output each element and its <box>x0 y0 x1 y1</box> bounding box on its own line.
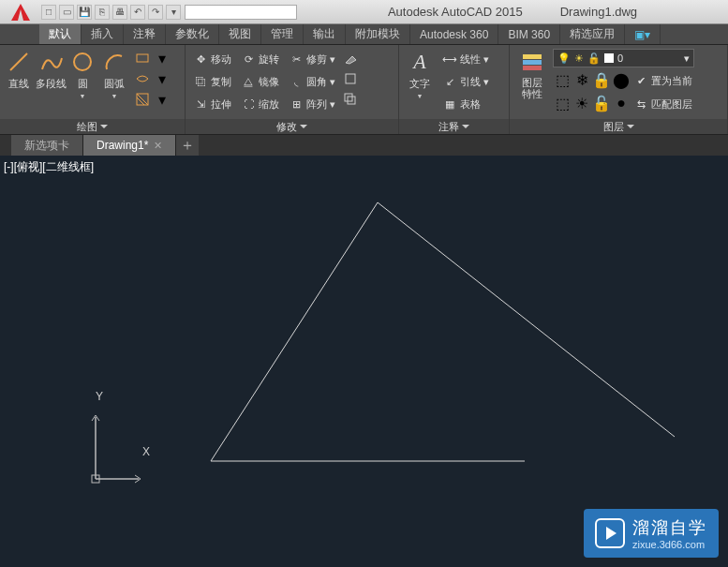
table-button[interactable]: ▦表格 <box>438 94 493 114</box>
circle-icon <box>69 49 96 75</box>
tab-default[interactable]: 默认 <box>39 24 82 44</box>
qat-save-icon[interactable]: 💾 <box>77 5 92 20</box>
layer-on-icon[interactable]: ● <box>612 94 631 112</box>
tab-bim360[interactable]: BIM 360 <box>498 24 560 44</box>
panel-modify-title[interactable]: 修改 <box>186 119 398 134</box>
tab-manage[interactable]: 管理 <box>261 24 304 44</box>
tab-view[interactable]: 视图 <box>219 24 261 44</box>
layer-properties-button[interactable]: 图层特性 <box>513 47 551 119</box>
text-label: 文字 <box>409 77 430 91</box>
arc-icon <box>101 49 127 75</box>
ellipse-icon[interactable] <box>133 69 152 88</box>
qat-print-icon[interactable]: 🖶 <box>112 5 127 20</box>
polyline-label: 多段线 <box>36 77 67 91</box>
rotate-icon: ⟳ <box>241 52 256 67</box>
tab-expand-icon[interactable]: ▣▾ <box>625 24 661 44</box>
svg-rect-10 <box>523 60 542 65</box>
scale-icon: ⛶ <box>241 97 256 112</box>
tab-insert[interactable]: 插入 <box>82 24 124 44</box>
watermark-url: zixue.3d66.com <box>632 539 707 550</box>
circle-button[interactable]: 圆▼ <box>67 47 97 119</box>
drawing-canvas[interactable]: [-][俯视][二维线框] Y X 溜溜自学 zixue.3d66.com <box>0 156 728 567</box>
doc-name: Drawing1.dwg <box>560 5 637 19</box>
layer-uniso-icon[interactable]: ⬚ <box>553 94 572 112</box>
layer-unlock-icon[interactable]: 🔓 <box>592 94 611 112</box>
svg-rect-8 <box>348 97 355 104</box>
panel-draw-title[interactable]: 绘图 <box>0 119 185 134</box>
app-name: Autodesk AutoCAD 2015 <box>388 5 523 19</box>
qat-undo-icon[interactable]: ↶ <box>130 5 145 20</box>
layer-iso-icon[interactable]: ⬚ <box>553 70 572 89</box>
tab-parametric[interactable]: 参数化 <box>166 24 219 44</box>
stretch-icon: ⇲ <box>193 97 208 112</box>
make-current-button[interactable]: ✔置为当前 <box>631 70 694 91</box>
svg-rect-7 <box>345 94 352 101</box>
svg-point-1 <box>74 53 91 70</box>
rotate-button[interactable]: ⟳旋转 <box>237 49 283 69</box>
dropdown-icon[interactable]: ▾ <box>153 49 171 67</box>
line-button[interactable]: 直线 <box>4 47 34 119</box>
svg-line-0 <box>10 53 27 70</box>
doc-tab-new[interactable]: 新选项卡 <box>11 135 83 156</box>
svg-rect-6 <box>346 74 355 83</box>
arc-button[interactable]: 圆弧▼ <box>99 47 129 119</box>
ucs-icon <box>88 411 144 486</box>
rectangle-icon[interactable] <box>133 49 152 67</box>
array-button[interactable]: ⊞阵列 ▾ <box>285 94 339 114</box>
layer-thaw-icon[interactable]: ☀ <box>572 94 591 112</box>
tab-featured[interactable]: 精选应用 <box>560 24 625 44</box>
dim-linear-button[interactable]: ⟷线性 ▾ <box>438 49 493 69</box>
mirror-button[interactable]: ⧋镜像 <box>237 71 283 92</box>
tab-annotate[interactable]: 注释 <box>124 24 166 44</box>
layer-freeze-icon[interactable]: ❄ <box>572 70 591 89</box>
qat-redo-icon[interactable]: ↷ <box>148 5 163 20</box>
app-logo[interactable] <box>4 0 37 24</box>
layer-color-swatch <box>604 53 614 63</box>
match-layer-button[interactable]: ⇆匹配图层 <box>631 94 694 114</box>
search-input[interactable] <box>185 5 297 20</box>
layer-properties-icon <box>519 49 545 75</box>
make-current-icon: ✔ <box>633 73 648 88</box>
sun-icon: ☀ <box>574 52 584 65</box>
mirror-icon: ⧋ <box>241 74 256 89</box>
play-icon <box>595 518 625 548</box>
erase-icon[interactable] <box>341 49 360 67</box>
svg-rect-9 <box>523 54 542 59</box>
panel-layers: 图层特性 💡 ☀ 🔓 0 ▾ ⬚ ❄ 🔒 ⬤ ✔置为当前 <box>510 45 728 134</box>
polyline-button[interactable]: 多段线 <box>36 47 66 119</box>
offset-icon[interactable] <box>341 90 360 109</box>
copy-button[interactable]: ⿻复制 <box>189 71 235 92</box>
leader-button[interactable]: ↙引线 ▾ <box>438 71 493 92</box>
add-tab-button[interactable]: ＋ <box>176 135 199 156</box>
dropdown-icon[interactable]: ▾ <box>153 69 171 88</box>
panel-annotate: A 文字▼ ⟷线性 ▾ ↙引线 ▾ ▦表格 注释 <box>399 45 510 134</box>
tab-a360[interactable]: Autodesk 360 <box>410 24 498 44</box>
scale-button[interactable]: ⛶缩放 <box>237 94 283 114</box>
explode-icon[interactable] <box>341 69 360 88</box>
lock-icon: 🔓 <box>587 52 601 65</box>
hatch-icon[interactable] <box>133 90 152 109</box>
qat-open-icon[interactable]: ▭ <box>59 5 74 20</box>
arc-label: 圆弧 <box>104 77 125 91</box>
move-button[interactable]: ✥移动 <box>189 49 235 69</box>
tab-addins[interactable]: 附加模块 <box>346 24 410 44</box>
panel-annotate-title[interactable]: 注释 <box>399 119 509 134</box>
qat-saveas-icon[interactable]: ⎘ <box>95 5 110 20</box>
stretch-button[interactable]: ⇲拉伸 <box>189 94 235 114</box>
trim-button[interactable]: ✂修剪 ▾ <box>285 49 339 69</box>
dropdown-icon[interactable]: ▾ <box>153 90 171 109</box>
doc-tab-drawing1[interactable]: Drawing1*✕ <box>83 135 176 156</box>
close-icon[interactable]: ✕ <box>154 140 162 152</box>
layer-lock-icon[interactable]: 🔒 <box>592 70 611 89</box>
layer-properties-label: 图层特性 <box>522 77 542 99</box>
tab-output[interactable]: 输出 <box>304 24 346 44</box>
qat-new-icon[interactable]: □ <box>41 5 56 20</box>
text-icon: A <box>407 49 433 75</box>
layer-combo[interactable]: 💡 ☀ 🔓 0 ▾ <box>553 49 694 67</box>
qat-dropdown-icon[interactable]: ▾ <box>166 5 181 20</box>
watermark: 溜溜自学 zixue.3d66.com <box>584 509 719 558</box>
fillet-button[interactable]: ◟圆角 ▾ <box>285 71 339 92</box>
layer-off-icon[interactable]: ⬤ <box>612 70 631 89</box>
text-button[interactable]: A 文字▼ <box>403 47 437 119</box>
panel-layers-title[interactable]: 图层 <box>510 119 727 134</box>
